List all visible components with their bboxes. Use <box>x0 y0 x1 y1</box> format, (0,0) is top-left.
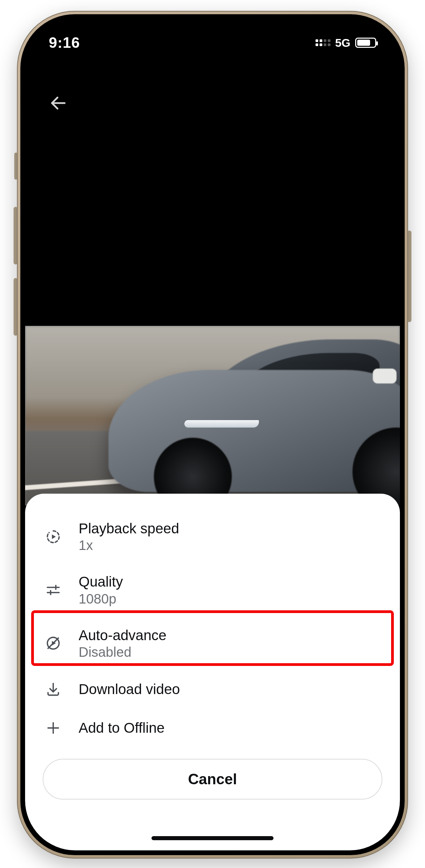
quality-row[interactable]: Quality 1080p <box>39 565 386 615</box>
options-sheet: Playback speed 1x Quality <box>25 494 400 850</box>
auto-advance-value: Disabled <box>79 645 166 660</box>
phone-frame: 9:16 5G <box>17 11 408 859</box>
playback-speed-icon <box>44 528 62 546</box>
back-button[interactable] <box>49 94 69 114</box>
cancel-button[interactable]: Cancel <box>43 759 382 800</box>
download-video-row[interactable]: Download video <box>39 671 386 707</box>
svg-line-8 <box>48 638 59 649</box>
auto-advance-label: Auto-advance <box>79 627 166 644</box>
screen: 9:16 5G <box>25 19 400 850</box>
playback-speed-row[interactable]: Playback speed 1x <box>39 511 386 562</box>
home-indicator[interactable] <box>151 836 274 840</box>
video-player[interactable] <box>25 326 400 506</box>
network-label: 5G <box>335 36 350 50</box>
quality-label: Quality <box>79 573 123 590</box>
cancel-label: Cancel <box>188 771 237 788</box>
svg-marker-1 <box>52 534 56 539</box>
playback-speed-label: Playback speed <box>79 520 179 537</box>
auto-advance-icon <box>44 634 62 652</box>
auto-advance-row[interactable]: Auto-advance Disabled <box>39 618 386 669</box>
playback-speed-value: 1x <box>79 538 179 553</box>
download-icon <box>44 680 62 698</box>
add-to-offline-row[interactable]: Add to Offline <box>39 710 386 746</box>
sliders-icon <box>44 581 62 599</box>
download-video-label: Download video <box>79 681 180 698</box>
quality-value: 1080p <box>79 591 123 607</box>
battery-icon <box>355 38 376 48</box>
dynamic-island <box>158 32 267 58</box>
plus-icon <box>44 719 62 737</box>
cellular-signal-icon <box>316 39 330 46</box>
status-time: 9:16 <box>49 34 80 51</box>
add-to-offline-label: Add to Offline <box>79 719 165 736</box>
